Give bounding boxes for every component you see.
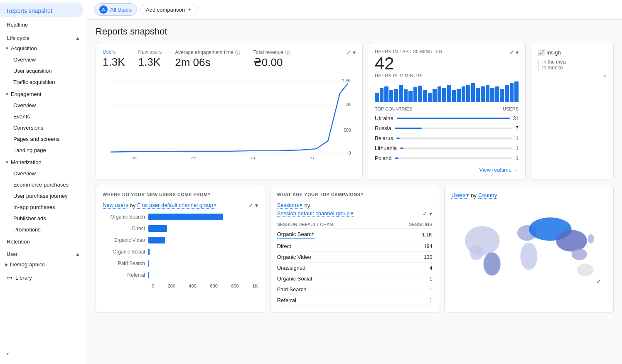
main-content: A All Users Add comparison ＋ Reports sna… <box>87 0 622 364</box>
hbar-bar <box>148 214 223 220</box>
mini-bar <box>375 93 379 102</box>
hbar-bar <box>148 225 167 232</box>
countries-list: Ukraine 31 Russia 7 Belarus 1 Lithuania … <box>375 113 519 163</box>
chevron-down-icon: ▾ <box>214 203 216 207</box>
sidebar-title[interactable]: Reports snapshot <box>0 2 84 17</box>
campaign-row: Organic Video130 <box>277 252 433 263</box>
svg-text:500: 500 <box>344 128 351 133</box>
sidebar-item-promotions[interactable]: Promotions <box>0 224 87 235</box>
sidebar-collapse-btn[interactable]: ‹ <box>0 347 87 364</box>
hbar-xaxis-label: 200 <box>168 283 175 288</box>
sidebar-item-realtime[interactable]: Realtime <box>0 18 87 31</box>
dashboard-top-grid: Users 1.3K New users 1.3K Average engage… <box>87 42 622 185</box>
sidebar-section-lifecycle[interactable]: Life cycle ▲ <box>0 31 87 43</box>
filter-map-users-btn[interactable]: Users ▾ <box>451 192 469 199</box>
sidebar-item-library[interactable]: ▭ Library <box>0 271 87 284</box>
sidebar-item-user-acquisition[interactable]: User acquisition <box>0 65 87 76</box>
all-users-button[interactable]: A All Users <box>94 3 137 16</box>
realtime-settings-button[interactable]: ▾ <box>516 49 519 56</box>
hbar-xaxis-label: 800 <box>231 283 238 288</box>
map-filter-row: Users ▾ by Country <box>451 192 607 199</box>
filter-row-campaigns: Sessions ▾ by <box>277 202 433 209</box>
filter-new-users-btn[interactable]: New users <box>103 202 128 209</box>
filter-sessions-btn[interactable]: Sessions ▾ <box>277 202 303 209</box>
sidebar-item-landing-page[interactable]: Landing page <box>0 145 87 156</box>
info-icon: ⓘ <box>235 49 240 56</box>
campaign-settings-button[interactable]: ▾ <box>429 210 432 217</box>
svg-text:21: 21 <box>310 157 315 159</box>
insight-text: In the meato monito <box>538 59 607 71</box>
metrics-chart-card: Users 1.3K New users 1.3K Average engage… <box>96 42 363 180</box>
sidebar-group-monetization: ▼ Monetization Overview Ecommerce purcha… <box>0 157 87 235</box>
mini-bar <box>408 91 413 102</box>
campaign-sessions: 1 <box>430 298 433 303</box>
sidebar-item-conversions[interactable]: Conversions <box>0 122 87 133</box>
campaign-table: SESSION DEFAULT CHAN... SESSIONS Organic… <box>277 222 433 306</box>
filter-channel-group-btn[interactable]: First user default channel group ▾ <box>137 202 216 209</box>
insights-icon: 📈 <box>538 49 545 56</box>
country-bar <box>397 118 510 119</box>
sidebar-item-retention[interactable]: Retention <box>0 236 87 247</box>
sidebar-section-user[interactable]: User ▲ <box>0 247 87 259</box>
svg-text:1K: 1K <box>346 102 351 107</box>
hbar-bar <box>148 248 150 255</box>
campaign-name: Referral <box>277 297 296 303</box>
sidebar-item-user-purchase-journey[interactable]: User purchase journey <box>0 190 87 202</box>
arrow-right-icon: → <box>513 167 519 173</box>
mini-bar <box>481 86 485 102</box>
country-bar <box>395 157 398 159</box>
sidebar-item-ecommerce-purchases[interactable]: Ecommerce purchases <box>0 179 87 190</box>
country-count: 1 <box>516 145 519 151</box>
sidebar-item-in-app-purchases[interactable]: In-app purchases <box>0 202 87 213</box>
mini-bar <box>399 85 403 102</box>
filter-map-country-btn[interactable]: Country <box>478 192 497 199</box>
sidebar-group-title-engagement[interactable]: ▼ Engagement <box>0 89 87 100</box>
svg-point-20 <box>556 230 588 251</box>
insight-title: Insigh <box>546 49 561 56</box>
sidebar-group-title-monetization[interactable]: ▼ Monetization <box>0 157 87 168</box>
mini-bar <box>418 86 422 102</box>
line-chart: 1.5K 1K 500 0 30 Apr 07 May 14 <box>103 76 356 159</box>
sidebar-item-acquisition-overview[interactable]: Overview <box>0 54 87 65</box>
chart-settings-button[interactable]: ▾ <box>353 49 356 56</box>
sidebar-item-engagement-overview[interactable]: Overview <box>0 100 87 111</box>
library-icon: ▭ <box>7 274 12 281</box>
hbar-label: Referral <box>103 272 148 278</box>
mini-bar <box>438 86 442 102</box>
world-map-svg: ⤢ <box>451 202 607 288</box>
country-bar-wrap <box>397 118 510 119</box>
mini-bar <box>413 87 418 102</box>
sidebar-item-traffic-acquisition[interactable]: Traffic acquisition <box>0 76 87 88</box>
svg-text:14: 14 <box>251 157 256 159</box>
bottom-grid: WHERE DO YOUR NEW USERS COME FROM? New u… <box>87 185 622 321</box>
add-comparison-button[interactable]: Add comparison ＋ <box>140 4 197 15</box>
sidebar-group-title-acquisition[interactable]: ▼ Acquisition <box>0 43 87 54</box>
view-realtime-link[interactable]: View realtime → <box>375 163 519 173</box>
hbar-bar-wrap <box>148 237 258 243</box>
sidebar-group-engagement: ▼ Engagement Overview Events Conversions… <box>0 89 87 156</box>
campaign-row: Unassigned4 <box>277 263 433 273</box>
hbar-row: Paid Search <box>103 260 258 267</box>
svg-point-22 <box>577 264 594 276</box>
country-name: Belarus <box>375 135 393 141</box>
sidebar-item-pages-screens[interactable]: Pages and screens <box>0 133 87 145</box>
mini-bar <box>394 89 398 102</box>
hbar-label: Organic Search <box>103 214 148 220</box>
filter-session-channel-btn[interactable]: Session default channel group ▾ <box>277 210 354 217</box>
hbar-row: Referral <box>103 272 258 278</box>
hbar-bar-wrap <box>148 272 258 278</box>
svg-text:0: 0 <box>349 151 351 155</box>
sidebar-item-publisher-ads[interactable]: Publisher ads <box>0 213 87 224</box>
mini-bar-chart <box>375 81 519 102</box>
plus-icon: ＋ <box>187 6 192 13</box>
country-bar-wrap <box>396 138 512 139</box>
campaign-name: Organic Social <box>277 275 312 282</box>
avg-engagement-metric: Average engagement time ⓘ 2m 06s <box>175 49 240 69</box>
sidebar-item-events[interactable]: Events <box>0 111 87 122</box>
sidebar-item-monetization-overview[interactable]: Overview <box>0 168 87 179</box>
users-metric: Users 1.3K <box>103 49 125 69</box>
chevron-down-icon: ▼ <box>5 46 9 51</box>
chart-options-button[interactable]: ▾ <box>255 202 258 209</box>
mini-bar <box>404 89 408 102</box>
sidebar-group-title-demographics[interactable]: ▶ Demographics <box>0 259 87 270</box>
